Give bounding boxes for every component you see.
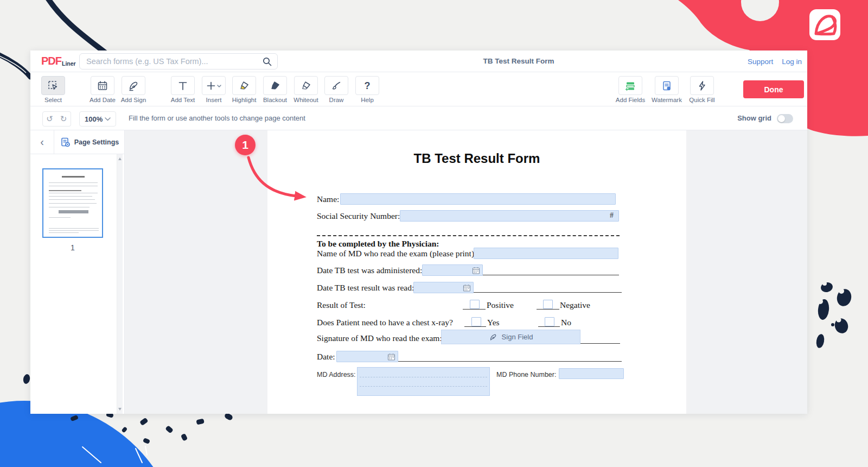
navy-dashes <box>70 412 233 444</box>
app-window: PDFLiner TB Test Result Form Support Log… <box>30 51 807 414</box>
undo-button[interactable]: ↺ <box>42 111 57 127</box>
tool-label: Highlight <box>227 97 261 103</box>
date-label: Date: <box>317 352 335 362</box>
ssn-label: Social Security Number: <box>317 211 400 221</box>
toolbar-hint: Fill the form or use another tools to ch… <box>129 106 305 130</box>
logo-liner: Liner <box>62 60 76 67</box>
tool-label: Quick Fill <box>685 97 719 103</box>
editor-content: ‹ Page Settings <box>30 130 807 414</box>
whiteout-brush-icon <box>294 76 318 95</box>
physician-heading: To be completed by the Physician: <box>317 239 439 249</box>
zoom-select[interactable]: 100% <box>79 111 116 127</box>
search-icon[interactable] <box>263 57 272 66</box>
draw-button[interactable]: Draw <box>319 76 354 103</box>
ssn-field[interactable]: # <box>400 210 619 222</box>
whiteout-button[interactable]: Whiteout <box>289 76 323 103</box>
result-label: Result of Test: <box>317 300 366 310</box>
tool-label: Watermark <box>649 97 684 103</box>
toggle-knob <box>778 115 785 122</box>
tool-label: Draw <box>319 97 354 103</box>
scroll-up-icon[interactable] <box>118 157 122 160</box>
add-fields-button[interactable]: Add Fields <box>613 76 648 103</box>
sidebar-collapse-button[interactable]: ‹ <box>30 130 54 154</box>
positive-checkbox[interactable] <box>470 300 480 309</box>
draw-brush-icon <box>324 76 348 95</box>
blackout-button[interactable]: Blackout <box>258 76 292 103</box>
show-grid-toggle[interactable] <box>777 114 793 123</box>
tool-label: Add Date <box>85 97 120 103</box>
tool-label: Insert <box>196 97 231 103</box>
select-tool-button[interactable]: Select <box>36 76 71 103</box>
sign-pen-icon <box>122 76 145 95</box>
sign-field-label: Sign Field <box>502 333 533 341</box>
yes-label: Yes <box>487 318 500 327</box>
login-link[interactable]: Log in <box>782 58 802 66</box>
pdfliner-logo[interactable]: PDFLiner <box>41 55 76 67</box>
tool-label: Help <box>350 97 385 103</box>
sub-toolbar: ↺ ↻ 100% Fill the form or use another to… <box>30 106 807 130</box>
date-field[interactable] <box>336 351 398 362</box>
date-read-field[interactable] <box>413 282 474 293</box>
brand-tile <box>809 9 840 40</box>
form-title: TB Test Result Form <box>267 151 686 166</box>
highlight-button[interactable]: Highlight <box>227 76 261 103</box>
quick-fill-button[interactable]: Quick Fill <box>685 76 719 103</box>
watermark-icon <box>655 76 679 95</box>
md-phone-field[interactable] <box>559 368 624 379</box>
insert-button[interactable]: Insert <box>196 76 231 103</box>
navy-blobs-right <box>815 281 853 349</box>
tool-label: Add Fields <box>613 97 648 103</box>
date-administered-field[interactable] <box>422 264 483 276</box>
calendar-icon <box>387 353 395 361</box>
desktop-background: PDFLiner TB Test Result Form Support Log… <box>0 0 868 467</box>
blackout-brush-icon <box>263 76 287 95</box>
annotation-arrow-icon <box>233 147 326 206</box>
done-button[interactable]: Done <box>743 80 804 98</box>
sign-field-button[interactable]: Sign Field <box>441 330 580 344</box>
no-checkbox[interactable] <box>545 317 554 326</box>
app-header: PDFLiner TB Test Result Form Support Log… <box>30 51 807 72</box>
sidebar-header: ‹ Page Settings <box>30 130 124 154</box>
signature-label: Signature of MD who read the exam: <box>317 333 442 343</box>
calendar-icon <box>472 267 480 275</box>
navy-stroke-icon <box>0 53 30 77</box>
md-address-label: MD Address: <box>317 371 356 378</box>
page-number: 1 <box>42 243 103 252</box>
select-icon <box>41 76 65 95</box>
support-link[interactable]: Support <box>748 58 773 66</box>
redo-icon: ↻ <box>60 114 67 123</box>
redo-button[interactable]: ↻ <box>56 111 71 127</box>
negative-checkbox[interactable] <box>543 300 553 309</box>
logo-pdf: PDF <box>41 55 61 67</box>
brand-glyph-icon <box>816 16 835 34</box>
tool-label: Blackout <box>258 97 292 103</box>
help-icon: ? <box>355 76 379 95</box>
add-date-button[interactable]: Add Date <box>85 76 120 103</box>
md-name-label: Name of MD who read the exam (please pri… <box>317 249 476 258</box>
md-name-field[interactable] <box>474 248 618 259</box>
undo-icon: ↺ <box>46 114 53 123</box>
page-settings-label: Page Settings <box>74 138 119 146</box>
sign-pen-icon <box>489 333 497 342</box>
header-links: Support Log in <box>748 51 802 72</box>
search-input[interactable] <box>86 54 260 69</box>
help-button[interactable]: ? Help <box>350 76 385 103</box>
underline <box>580 335 620 344</box>
page-thumbnail[interactable] <box>42 168 103 238</box>
xray-label: Does Patient need to have a chest x-ray? <box>317 318 453 327</box>
add-text-button[interactable]: Add Text <box>165 76 200 103</box>
document-page: TB Test Result Form Name: Social Securit… <box>267 130 686 414</box>
chevron-down-icon <box>105 117 111 121</box>
add-sign-button[interactable]: Add Sign <box>116 76 151 103</box>
tool-label: Add Text <box>165 97 200 103</box>
page-settings-button[interactable]: Page Settings <box>54 130 125 154</box>
md-address-field[interactable] <box>357 367 490 396</box>
name-field[interactable] <box>340 193 616 205</box>
scroll-down-icon[interactable] <box>118 408 122 411</box>
pages-sidebar: ‹ Page Settings <box>30 130 125 414</box>
yes-checkbox[interactable] <box>471 317 481 326</box>
watermark-button[interactable]: Watermark <box>649 76 684 103</box>
no-label: No <box>561 318 571 327</box>
sidebar-scrollbar[interactable] <box>117 154 123 414</box>
negative-label: Negative <box>560 300 590 310</box>
